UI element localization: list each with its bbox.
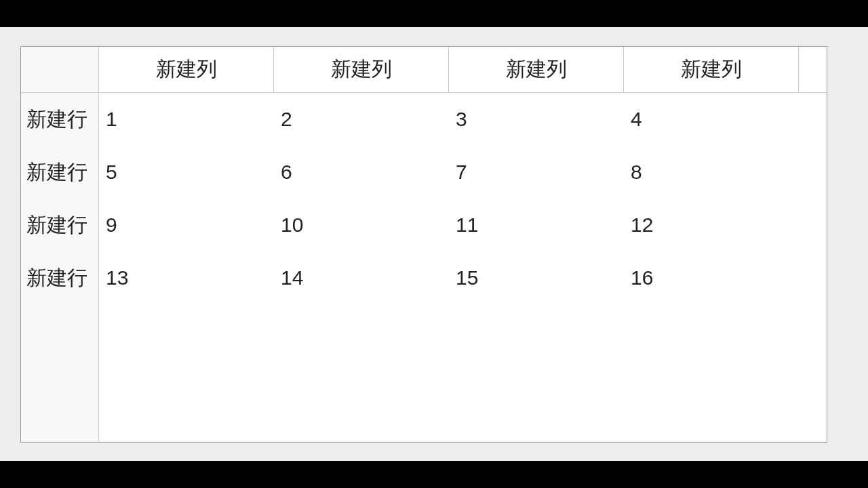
row-header[interactable]: 新建行 — [21, 93, 99, 146]
table-cell-empty — [799, 251, 827, 304]
table-cell[interactable]: 1 — [99, 93, 274, 146]
table-cell-empty — [274, 304, 449, 442]
table-cell[interactable]: 2 — [274, 93, 449, 146]
column-header[interactable]: 新建列 — [99, 47, 274, 93]
column-header[interactable]: 新建列 — [624, 47, 799, 93]
column-header-extra[interactable] — [799, 47, 827, 93]
table-cell[interactable]: 9 — [99, 199, 274, 251]
table-cell[interactable]: 13 — [99, 251, 274, 304]
table-cell[interactable]: 12 — [624, 199, 799, 251]
table-cell[interactable]: 5 — [99, 146, 274, 199]
table-cell[interactable]: 15 — [449, 251, 624, 304]
table-corner[interactable] — [21, 47, 99, 93]
table-cell[interactable]: 16 — [624, 251, 799, 304]
letterbox-top — [0, 0, 868, 27]
table-cell[interactable]: 11 — [449, 199, 624, 251]
table-cell-empty — [799, 199, 827, 251]
table-cell[interactable]: 8 — [624, 146, 799, 199]
content-area: 新建列 新建列 新建列 新建列 新建行 1 2 3 4 新建行 5 6 7 8 … — [0, 27, 868, 461]
column-header[interactable]: 新建列 — [449, 47, 624, 93]
row-header[interactable]: 新建行 — [21, 146, 99, 199]
table-cell-empty — [799, 93, 827, 146]
table-cell[interactable]: 7 — [449, 146, 624, 199]
table-grid: 新建列 新建列 新建列 新建列 新建行 1 2 3 4 新建行 5 6 7 8 … — [21, 47, 827, 442]
table-cell[interactable]: 3 — [449, 93, 624, 146]
table-cell[interactable]: 6 — [274, 146, 449, 199]
table-cell-empty — [799, 146, 827, 199]
table-cell-empty — [799, 304, 827, 442]
column-header[interactable]: 新建列 — [274, 47, 449, 93]
table-cell[interactable]: 14 — [274, 251, 449, 304]
row-header-empty[interactable] — [21, 304, 99, 442]
table-cell-empty — [624, 304, 799, 442]
table-cell[interactable]: 4 — [624, 93, 799, 146]
row-header[interactable]: 新建行 — [21, 199, 99, 251]
row-header[interactable]: 新建行 — [21, 251, 99, 304]
table-cell-empty — [99, 304, 274, 442]
table-cell-empty — [449, 304, 624, 442]
data-table: 新建列 新建列 新建列 新建列 新建行 1 2 3 4 新建行 5 6 7 8 … — [20, 46, 827, 443]
table-cell[interactable]: 10 — [274, 199, 449, 251]
